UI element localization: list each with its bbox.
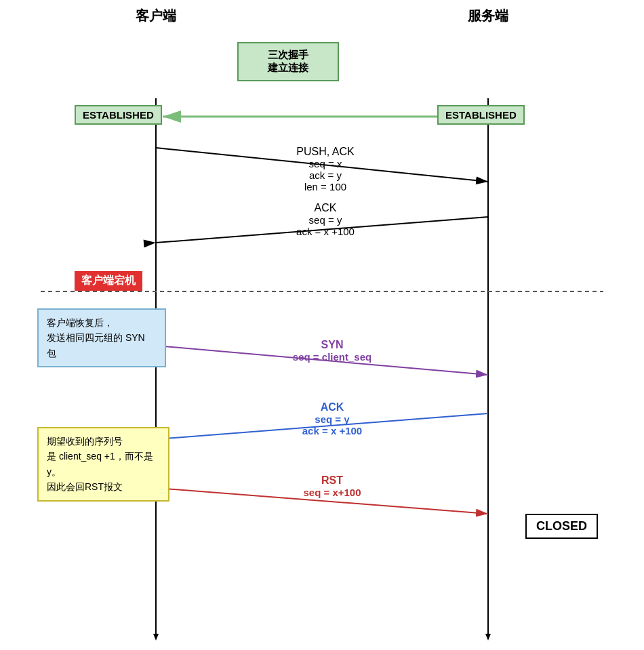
syn-label: SYN seq = client_seq <box>264 339 400 363</box>
ack-black-label: ACK seq = y ack = x +100 <box>258 202 393 237</box>
svg-marker-3 <box>485 634 491 641</box>
info-box: 客户端恢复后， 发送相同四元组的 SYN 包 <box>37 308 166 367</box>
server-header: 服务端 <box>437 7 539 25</box>
crash-label: 客户端宕机 <box>75 271 142 291</box>
push-ack-label: PUSH, ACK seq = x ack = y len = 100 <box>258 146 393 192</box>
ack-blue-label: ACK seq = y ack = x +100 <box>264 401 400 436</box>
diagram: 客户端 服务端 三次握手 建立连接 ESTABLISHED ESTABLISHE… <box>0 0 644 650</box>
handshake-box: 三次握手 建立连接 <box>237 42 339 81</box>
established-left: ESTABLISHED <box>75 105 162 125</box>
note-box: 期望收到的序列号 是 client_seq +1，而不是 y。 因此会回RST报… <box>37 427 169 502</box>
closed-box: CLOSED <box>525 514 598 539</box>
client-header: 客户端 <box>105 7 207 25</box>
established-right: ESTABLISHED <box>437 105 525 125</box>
rst-label: RST seq = x+100 <box>264 474 400 498</box>
svg-marker-2 <box>153 634 159 641</box>
